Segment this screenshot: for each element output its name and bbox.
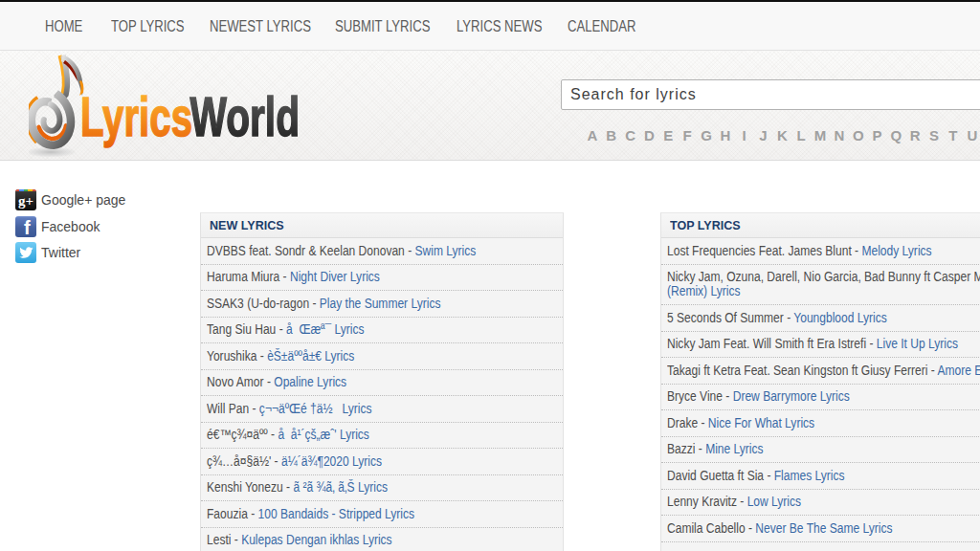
svg-text:World: World	[190, 86, 301, 147]
svg-text:Lyrics: Lyrics	[80, 86, 192, 147]
